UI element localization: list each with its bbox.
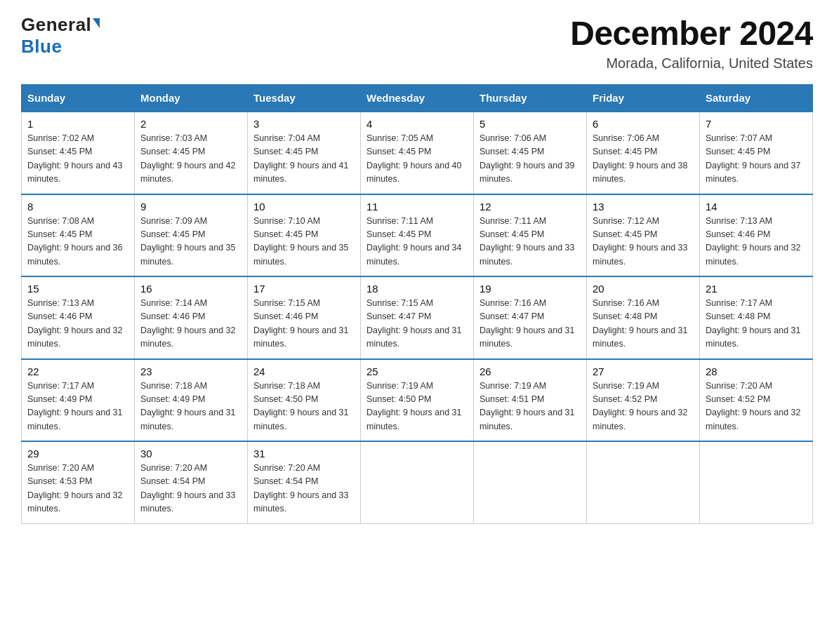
day-info: Sunrise: 7:05 AM Sunset: 4:45 PM Dayligh… — [366, 132, 468, 187]
calendar-cell: 26 Sunrise: 7:19 AM Sunset: 4:51 PM Dayl… — [474, 359, 587, 442]
page-header: General Blue December 2024 Morada, Calif… — [21, 14, 813, 72]
calendar-cell: 29 Sunrise: 7:20 AM Sunset: 4:53 PM Dayl… — [22, 441, 135, 523]
weekday-header-row: SundayMondayTuesdayWednesdayThursdayFrid… — [22, 85, 813, 112]
day-number: 21 — [706, 283, 807, 295]
day-number: 20 — [593, 283, 694, 295]
calendar-table: SundayMondayTuesdayWednesdayThursdayFrid… — [21, 84, 813, 524]
day-info: Sunrise: 7:20 AM Sunset: 4:54 PM Dayligh… — [253, 462, 355, 516]
calendar-cell: 4 Sunrise: 7:05 AM Sunset: 4:45 PM Dayli… — [361, 112, 474, 194]
day-info: Sunrise: 7:12 AM Sunset: 4:45 PM Dayligh… — [593, 215, 694, 269]
day-info: Sunrise: 7:20 AM Sunset: 4:53 PM Dayligh… — [27, 462, 128, 516]
day-info: Sunrise: 7:02 AM Sunset: 4:45 PM Dayligh… — [27, 132, 128, 187]
day-info: Sunrise: 7:11 AM Sunset: 4:45 PM Dayligh… — [479, 215, 581, 269]
day-info: Sunrise: 7:20 AM Sunset: 4:54 PM Dayligh… — [140, 462, 241, 516]
day-number: 22 — [27, 365, 128, 377]
calendar-cell: 2 Sunrise: 7:03 AM Sunset: 4:45 PM Dayli… — [135, 112, 248, 194]
day-info: Sunrise: 7:18 AM Sunset: 4:50 PM Dayligh… — [253, 380, 355, 434]
day-info: Sunrise: 7:20 AM Sunset: 4:52 PM Dayligh… — [706, 380, 807, 434]
calendar-week-row: 1 Sunrise: 7:02 AM Sunset: 4:45 PM Dayli… — [22, 112, 813, 194]
weekday-header-monday: Monday — [135, 85, 248, 112]
calendar-week-row: 22 Sunrise: 7:17 AM Sunset: 4:49 PM Dayl… — [22, 359, 813, 442]
day-number: 11 — [366, 201, 468, 213]
calendar-week-row: 29 Sunrise: 7:20 AM Sunset: 4:53 PM Dayl… — [22, 441, 813, 523]
calendar-cell: 18 Sunrise: 7:15 AM Sunset: 4:47 PM Dayl… — [361, 276, 474, 359]
calendar-cell: 8 Sunrise: 7:08 AM Sunset: 4:45 PM Dayli… — [22, 194, 135, 277]
calendar-cell: 7 Sunrise: 7:07 AM Sunset: 4:45 PM Dayli… — [700, 112, 813, 194]
day-info: Sunrise: 7:15 AM Sunset: 4:46 PM Dayligh… — [253, 297, 355, 351]
calendar-cell: 23 Sunrise: 7:18 AM Sunset: 4:49 PM Dayl… — [135, 359, 248, 442]
calendar-cell: 9 Sunrise: 7:09 AM Sunset: 4:45 PM Dayli… — [135, 194, 248, 277]
day-info: Sunrise: 7:13 AM Sunset: 4:46 PM Dayligh… — [27, 297, 128, 351]
day-number: 3 — [253, 118, 355, 130]
day-number: 16 — [140, 283, 241, 295]
calendar-cell — [474, 441, 587, 523]
logo: General Blue — [21, 14, 100, 58]
day-info: Sunrise: 7:06 AM Sunset: 4:45 PM Dayligh… — [593, 132, 694, 187]
calendar-cell: 1 Sunrise: 7:02 AM Sunset: 4:45 PM Dayli… — [22, 112, 135, 194]
calendar-cell: 27 Sunrise: 7:19 AM Sunset: 4:52 PM Dayl… — [587, 359, 700, 442]
calendar-cell: 12 Sunrise: 7:11 AM Sunset: 4:45 PM Dayl… — [474, 194, 587, 277]
logo-general-text: General — [21, 14, 91, 36]
calendar-subtitle: Morada, California, United States — [570, 55, 813, 72]
calendar-cell: 20 Sunrise: 7:16 AM Sunset: 4:48 PM Dayl… — [587, 276, 700, 359]
calendar-cell: 25 Sunrise: 7:19 AM Sunset: 4:50 PM Dayl… — [361, 359, 474, 442]
day-info: Sunrise: 7:19 AM Sunset: 4:52 PM Dayligh… — [593, 380, 694, 434]
day-number: 8 — [27, 201, 128, 213]
day-info: Sunrise: 7:04 AM Sunset: 4:45 PM Dayligh… — [253, 132, 355, 187]
calendar-week-row: 15 Sunrise: 7:13 AM Sunset: 4:46 PM Dayl… — [22, 276, 813, 359]
day-number: 15 — [27, 283, 128, 295]
day-info: Sunrise: 7:03 AM Sunset: 4:45 PM Dayligh… — [140, 132, 241, 187]
day-number: 7 — [706, 118, 807, 130]
day-number: 27 — [593, 365, 694, 377]
day-number: 2 — [140, 118, 241, 130]
day-info: Sunrise: 7:17 AM Sunset: 4:48 PM Dayligh… — [706, 297, 807, 351]
day-number: 31 — [253, 448, 355, 459]
day-info: Sunrise: 7:14 AM Sunset: 4:46 PM Dayligh… — [140, 297, 241, 351]
weekday-header-saturday: Saturday — [700, 85, 813, 112]
day-number: 13 — [593, 201, 694, 213]
calendar-cell — [700, 441, 813, 523]
day-number: 5 — [479, 118, 581, 130]
calendar-cell — [361, 441, 474, 523]
weekday-header-tuesday: Tuesday — [248, 85, 361, 112]
day-info: Sunrise: 7:19 AM Sunset: 4:51 PM Dayligh… — [479, 380, 581, 434]
weekday-header-thursday: Thursday — [474, 85, 587, 112]
day-info: Sunrise: 7:17 AM Sunset: 4:49 PM Dayligh… — [27, 380, 128, 434]
day-number: 24 — [253, 365, 355, 377]
calendar-cell: 28 Sunrise: 7:20 AM Sunset: 4:52 PM Dayl… — [700, 359, 813, 442]
calendar-cell: 15 Sunrise: 7:13 AM Sunset: 4:46 PM Dayl… — [22, 276, 135, 359]
day-info: Sunrise: 7:13 AM Sunset: 4:46 PM Dayligh… — [706, 215, 807, 269]
calendar-cell: 6 Sunrise: 7:06 AM Sunset: 4:45 PM Dayli… — [587, 112, 700, 194]
day-number: 9 — [140, 201, 241, 213]
calendar-cell: 3 Sunrise: 7:04 AM Sunset: 4:45 PM Dayli… — [248, 112, 361, 194]
calendar-cell: 14 Sunrise: 7:13 AM Sunset: 4:46 PM Dayl… — [700, 194, 813, 277]
day-info: Sunrise: 7:06 AM Sunset: 4:45 PM Dayligh… — [479, 132, 581, 187]
day-number: 18 — [366, 283, 468, 295]
weekday-header-sunday: Sunday — [22, 85, 135, 112]
day-info: Sunrise: 7:08 AM Sunset: 4:45 PM Dayligh… — [27, 215, 128, 269]
day-number: 1 — [27, 118, 128, 130]
day-number: 19 — [479, 283, 581, 295]
calendar-week-row: 8 Sunrise: 7:08 AM Sunset: 4:45 PM Dayli… — [22, 194, 813, 277]
weekday-header-wednesday: Wednesday — [361, 85, 474, 112]
day-number: 6 — [593, 118, 694, 130]
logo-blue-text: Blue — [21, 36, 62, 58]
day-number: 12 — [479, 201, 581, 213]
day-info: Sunrise: 7:16 AM Sunset: 4:48 PM Dayligh… — [593, 297, 694, 351]
calendar-cell: 13 Sunrise: 7:12 AM Sunset: 4:45 PM Dayl… — [587, 194, 700, 277]
calendar-cell: 5 Sunrise: 7:06 AM Sunset: 4:45 PM Dayli… — [474, 112, 587, 194]
title-block: December 2024 Morada, California, United… — [570, 14, 813, 72]
day-info: Sunrise: 7:07 AM Sunset: 4:45 PM Dayligh… — [706, 132, 807, 187]
calendar-cell: 19 Sunrise: 7:16 AM Sunset: 4:47 PM Dayl… — [474, 276, 587, 359]
calendar-cell: 17 Sunrise: 7:15 AM Sunset: 4:46 PM Dayl… — [248, 276, 361, 359]
calendar-cell: 24 Sunrise: 7:18 AM Sunset: 4:50 PM Dayl… — [248, 359, 361, 442]
logo-triangle-icon — [93, 18, 100, 28]
day-number: 10 — [253, 201, 355, 213]
calendar-cell: 22 Sunrise: 7:17 AM Sunset: 4:49 PM Dayl… — [22, 359, 135, 442]
day-number: 25 — [366, 365, 468, 377]
day-number: 26 — [479, 365, 581, 377]
day-number: 14 — [706, 201, 807, 213]
calendar-cell: 31 Sunrise: 7:20 AM Sunset: 4:54 PM Dayl… — [248, 441, 361, 523]
day-info: Sunrise: 7:10 AM Sunset: 4:45 PM Dayligh… — [253, 215, 355, 269]
calendar-title: December 2024 — [570, 14, 813, 53]
